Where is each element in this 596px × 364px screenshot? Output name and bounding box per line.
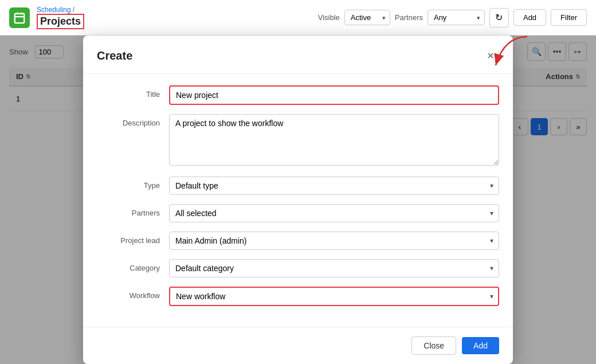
project-lead-select-wrapper: Main Admin (admin) xyxy=(169,232,499,250)
title-input[interactable] xyxy=(169,85,499,105)
svg-rect-0 xyxy=(15,13,25,22)
description-textarea[interactable]: A project to show the workflow xyxy=(169,114,499,166)
form-row-title: Title xyxy=(97,85,499,105)
category-select-wrapper: Default category xyxy=(169,259,499,277)
project-lead-control: Main Admin (admin) xyxy=(169,232,499,250)
form-row-type: Type Default type xyxy=(97,177,499,195)
partners-select[interactable]: Any xyxy=(428,10,485,25)
form-row-partners: Partners All selected xyxy=(97,204,499,222)
partners-field-select[interactable]: All selected xyxy=(169,204,499,222)
modal-header: Create × xyxy=(83,36,513,74)
form-row-workflow: Workflow New workflow xyxy=(97,287,499,306)
description-control: A project to show the workflow xyxy=(169,114,499,167)
modal-close-footer-button[interactable]: Close xyxy=(411,336,456,355)
type-control: Default type xyxy=(169,177,499,195)
type-select[interactable]: Default type xyxy=(169,177,499,195)
type-select-wrapper: Default type xyxy=(169,177,499,195)
page-title: Projects xyxy=(37,14,84,29)
partners-select-wrapper: Any xyxy=(428,10,485,25)
project-lead-label: Project lead xyxy=(97,232,160,245)
add-button[interactable]: Add xyxy=(513,9,546,26)
modal-body: Title Description A project to show the … xyxy=(83,74,513,327)
header-controls: Visible Active Partners Any ↻ Add Filter xyxy=(318,8,587,28)
project-lead-select[interactable]: Main Admin (admin) xyxy=(169,232,499,250)
category-control: Default category xyxy=(169,259,499,277)
modal-close-button[interactable]: × xyxy=(482,47,499,64)
refresh-button[interactable]: ↻ xyxy=(489,8,509,28)
workflow-control: New workflow xyxy=(169,287,499,306)
modal-overlay[interactable]: Create × Title Description A project to … xyxy=(0,36,596,364)
title-label: Title xyxy=(97,85,160,99)
breadcrumb-area: Scheduling / Projects xyxy=(37,6,84,29)
description-label: Description xyxy=(97,114,160,127)
partners-control: All selected xyxy=(169,204,499,222)
workflow-select-wrapper: New workflow xyxy=(169,287,499,306)
form-row-project-lead: Project lead Main Admin (admin) xyxy=(97,232,499,250)
visible-label: Visible xyxy=(318,13,340,22)
form-row-category: Category Default category xyxy=(97,259,499,277)
modal-add-button[interactable]: Add xyxy=(462,337,499,354)
partners-select-wrapper: All selected xyxy=(169,204,499,222)
form-row-description: Description A project to show the workfl… xyxy=(97,114,499,167)
partners-field-label: Partners xyxy=(97,204,160,217)
visible-select[interactable]: Active xyxy=(344,10,390,25)
category-label: Category xyxy=(97,259,160,272)
type-label: Type xyxy=(97,177,160,190)
app-icon xyxy=(9,7,30,28)
title-control xyxy=(169,85,499,105)
modal-footer: Close Add xyxy=(83,327,513,364)
main-content: Show 🔍 ••• ↦ ID ⇅ Actions ⇅ xyxy=(0,36,596,364)
category-select[interactable]: Default category xyxy=(169,259,499,277)
header: Scheduling / Projects Visible Active Par… xyxy=(0,0,596,36)
workflow-label: Workflow xyxy=(97,287,160,300)
modal-title: Create xyxy=(97,49,132,62)
breadcrumb-link[interactable]: Scheduling / xyxy=(37,6,84,14)
visible-select-wrapper: Active xyxy=(344,10,390,25)
workflow-select[interactable]: New workflow xyxy=(169,287,499,306)
partners-label: Partners xyxy=(395,13,423,22)
filter-button[interactable]: Filter xyxy=(551,9,587,26)
modal: Create × Title Description A project to … xyxy=(83,36,513,364)
